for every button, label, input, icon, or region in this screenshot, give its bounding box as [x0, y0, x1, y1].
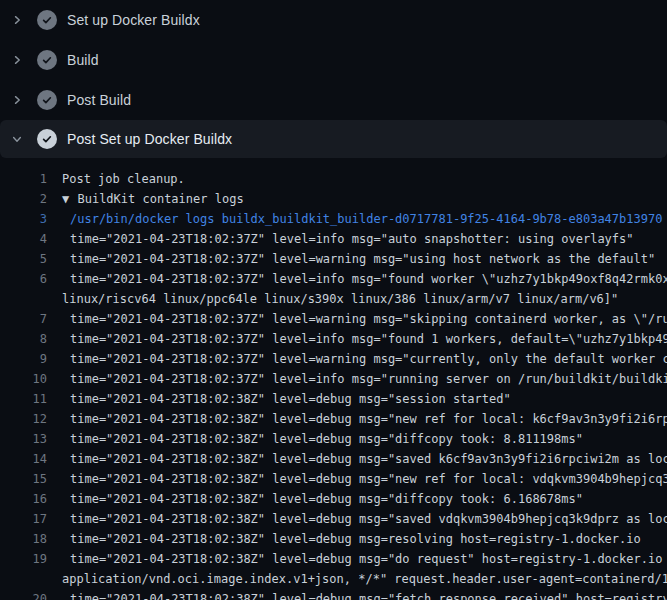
log-line-text: time="2021-04-23T18:02:38Z" level=debug …: [47, 409, 667, 429]
log-line-number[interactable]: 13: [0, 429, 47, 449]
step-header-post-set-up-docker-buildx[interactable]: Post Set up Docker Buildx: [0, 120, 667, 158]
log-line-number[interactable]: 6: [0, 269, 47, 289]
log-line: 9 time="2021-04-23T18:02:37Z" level=warn…: [0, 349, 667, 369]
log-line: 8 time="2021-04-23T18:02:37Z" level=info…: [0, 329, 667, 349]
log-line-number[interactable]: 5: [0, 249, 47, 269]
group-toggle-icon[interactable]: ▼: [62, 192, 76, 206]
log-line-text: time="2021-04-23T18:02:38Z" level=debug …: [47, 529, 641, 549]
log-line-number[interactable]: 12: [0, 409, 47, 429]
log-line-number[interactable]: 19: [0, 549, 47, 569]
log-line-text: time="2021-04-23T18:02:37Z" level=warnin…: [47, 349, 667, 369]
log-line-text: time="2021-04-23T18:02:37Z" level=warnin…: [47, 249, 655, 269]
log-line-number[interactable]: 9: [0, 349, 47, 369]
log-line-text: time="2021-04-23T18:02:38Z" level=debug …: [47, 449, 667, 469]
log-line-text: time="2021-04-23T18:02:37Z" level=info m…: [47, 329, 667, 349]
step-header-build[interactable]: Build: [0, 40, 667, 80]
check-circle-icon: [37, 129, 57, 149]
log-line: 6 time="2021-04-23T18:02:37Z" level=info…: [0, 269, 667, 289]
log-line-number[interactable]: 16: [0, 489, 47, 509]
log-line: 11 time="2021-04-23T18:02:38Z" level=deb…: [0, 389, 667, 409]
chevron-right-icon[interactable]: [10, 93, 24, 107]
actions-log-viewer: Set up Docker Buildx Build Post Build: [0, 0, 667, 600]
log-line-text: time="2021-04-23T18:02:38Z" level=debug …: [47, 549, 667, 569]
log-line-number[interactable]: 11: [0, 389, 47, 409]
chevron-right-icon[interactable]: [10, 13, 24, 27]
check-circle-icon: [37, 90, 57, 110]
log-line-number[interactable]: 20: [0, 589, 47, 600]
chevron-down-icon[interactable]: [10, 132, 24, 146]
log-line-number[interactable]: 15: [0, 469, 47, 489]
log-line: 14 time="2021-04-23T18:02:38Z" level=deb…: [0, 449, 667, 469]
log-line: 20 time="2021-04-23T18:02:38Z" level=deb…: [0, 589, 667, 600]
log-line: 19 time="2021-04-23T18:02:38Z" level=deb…: [0, 549, 667, 569]
log-line: 10 time="2021-04-23T18:02:37Z" level=inf…: [0, 369, 667, 389]
log-line-text: time="2021-04-23T18:02:37Z" level=warnin…: [47, 309, 667, 329]
step-label: Build: [67, 52, 99, 68]
log-line: 3 /usr/bin/docker logs buildx_buildkit_b…: [0, 209, 667, 229]
log-line: 7 time="2021-04-23T18:02:37Z" level=warn…: [0, 309, 667, 329]
step-label: Post Set up Docker Buildx: [67, 131, 232, 147]
log-line-number[interactable]: 17: [0, 509, 47, 529]
log-line: 15 time="2021-04-23T18:02:38Z" level=deb…: [0, 469, 667, 489]
log-line-number[interactable]: 1: [0, 169, 47, 189]
log-line-text: Post job cleanup.: [47, 169, 185, 189]
step-header-set-up-docker-buildx[interactable]: Set up Docker Buildx: [0, 0, 667, 40]
log-line-text: time="2021-04-23T18:02:37Z" level=info m…: [47, 369, 667, 389]
log-line: 16 time="2021-04-23T18:02:38Z" level=deb…: [0, 489, 667, 509]
log-line-number[interactable]: 18: [0, 529, 47, 549]
log-line-text: time="2021-04-23T18:02:38Z" level=debug …: [47, 389, 511, 409]
log-line: linux/riscv64 linux/ppc64le linux/s390x …: [0, 289, 667, 309]
log-line-text: time="2021-04-23T18:02:38Z" level=debug …: [47, 509, 667, 529]
log-line: 13 time="2021-04-23T18:02:38Z" level=deb…: [0, 429, 667, 449]
log-line-text: time="2021-04-23T18:02:38Z" level=debug …: [47, 589, 667, 600]
log-line-text: time="2021-04-23T18:02:38Z" level=debug …: [47, 429, 583, 449]
step-label: Set up Docker Buildx: [67, 12, 200, 28]
step-header-post-build[interactable]: Post Build: [0, 80, 667, 120]
log-line-number[interactable]: [0, 289, 47, 309]
log-line: 18 time="2021-04-23T18:02:38Z" level=deb…: [0, 529, 667, 549]
log-line-number[interactable]: 4: [0, 229, 47, 249]
log-line-number[interactable]: 7: [0, 309, 47, 329]
log-line-number[interactable]: 2: [0, 189, 47, 209]
log-line-number[interactable]: 3: [0, 209, 47, 229]
log-line-text: time="2021-04-23T18:02:37Z" level=info m…: [47, 269, 667, 289]
step-label: Post Build: [67, 92, 131, 108]
check-circle-icon: [37, 10, 57, 30]
log-line-text: linux/riscv64 linux/ppc64le linux/s390x …: [47, 289, 618, 309]
log-line: 5 time="2021-04-23T18:02:37Z" level=warn…: [0, 249, 667, 269]
log-line: 1 Post job cleanup.: [0, 169, 667, 189]
log-line-text: application/vnd.oci.image.index.v1+json,…: [47, 569, 667, 589]
log-line-text: /usr/bin/docker logs buildx_buildkit_bui…: [47, 209, 662, 229]
log-lines-container: 1 Post job cleanup. 2 ▼ BuildKit contain…: [0, 169, 667, 600]
log-line: 4 time="2021-04-23T18:02:37Z" level=info…: [0, 229, 667, 249]
log-line-number[interactable]: 14: [0, 449, 47, 469]
step-list: Set up Docker Buildx Build Post Build: [0, 0, 667, 158]
check-circle-icon: [37, 50, 57, 70]
chevron-right-icon[interactable]: [10, 53, 24, 67]
log-line: 17 time="2021-04-23T18:02:38Z" level=deb…: [0, 509, 667, 529]
log-line-text: time="2021-04-23T18:02:38Z" level=debug …: [47, 489, 583, 509]
log-line-number[interactable]: [0, 569, 47, 589]
log-line-text: time="2021-04-23T18:02:38Z" level=debug …: [47, 469, 667, 489]
log-line-text: time="2021-04-23T18:02:37Z" level=info m…: [47, 229, 634, 249]
group-title[interactable]: BuildKit container logs: [77, 192, 243, 206]
log-line: 12 time="2021-04-23T18:02:38Z" level=deb…: [0, 409, 667, 429]
log-line-text: ▼ BuildKit container logs: [47, 189, 244, 209]
log-line-number[interactable]: 10: [0, 369, 47, 389]
log-line: application/vnd.oci.image.index.v1+json,…: [0, 569, 667, 589]
log-line: 2 ▼ BuildKit container logs: [0, 189, 667, 209]
log-line-number[interactable]: 8: [0, 329, 47, 349]
